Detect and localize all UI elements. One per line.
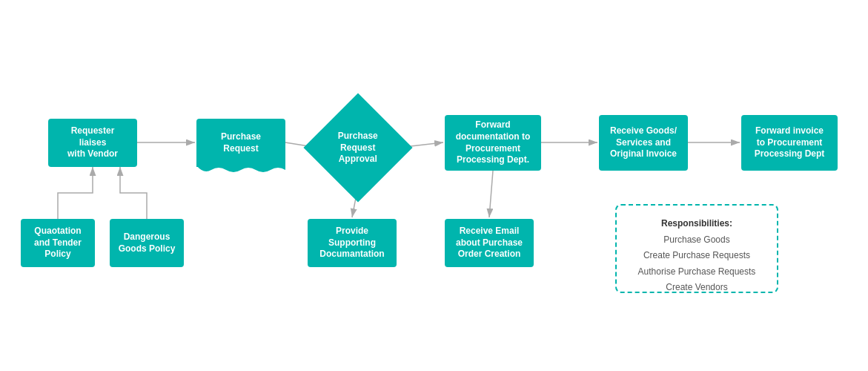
svg-line-8 bbox=[489, 171, 493, 217]
receive-email-node: Receive Email about Purchase Order Creat… bbox=[445, 219, 534, 267]
responsibilities-box: Responsibilities: Purchase Goods Create … bbox=[615, 204, 778, 293]
diagram: Requester liaises with Vendor Quaotation… bbox=[0, 0, 868, 371]
forward-invoice-node: Forward invoice to Procurement Processin… bbox=[741, 115, 838, 171]
dangerous-label: Dangerous Goods Policy bbox=[119, 232, 176, 255]
arrows-svg bbox=[0, 0, 868, 371]
requester-label: Requester liaises with Vendor bbox=[67, 125, 118, 160]
receive-goods-label: Receive Goods/ Services and Original Inv… bbox=[610, 125, 677, 160]
purchase-approval-node: Purchase Request Approval bbox=[303, 93, 412, 202]
responsibilities-item-2: Create Purchase Requests bbox=[632, 248, 762, 264]
purchase-request-node: Purchase Request bbox=[196, 119, 285, 167]
responsibilities-item-1: Purchase Goods bbox=[632, 232, 762, 249]
responsibilities-item-4: Create Vendors bbox=[632, 280, 762, 296]
dangerous-node: Dangerous Goods Policy bbox=[110, 219, 184, 267]
provide-docs-node: Provide Supporting Documantation bbox=[308, 219, 397, 267]
responsibilities-item-3: Authorise Purchase Requests bbox=[632, 264, 762, 280]
quotation-node: Quaotation and Tender Policy bbox=[21, 219, 95, 267]
provide-docs-label: Provide Supporting Documantation bbox=[319, 226, 384, 260]
receive-goods-node: Receive Goods/ Services and Original Inv… bbox=[599, 115, 688, 171]
purchase-request-label: Purchase Request bbox=[221, 131, 261, 154]
requester-node: Requester liaises with Vendor bbox=[48, 119, 137, 167]
forward-invoice-label: Forward invoice to Procurement Processin… bbox=[755, 125, 825, 160]
quotation-label: Quaotation and Tender Policy bbox=[34, 226, 82, 260]
purchase-approval-label: Purchase Request Approval bbox=[319, 131, 397, 165]
receive-email-label: Receive Email about Purchase Order Creat… bbox=[456, 226, 523, 260]
forward-docs-label: Forward documentation to Procurement Pro… bbox=[456, 119, 531, 165]
forward-docs-node: Forward documentation to Procurement Pro… bbox=[445, 115, 541, 171]
responsibilities-title: Responsibilities: bbox=[632, 216, 762, 232]
